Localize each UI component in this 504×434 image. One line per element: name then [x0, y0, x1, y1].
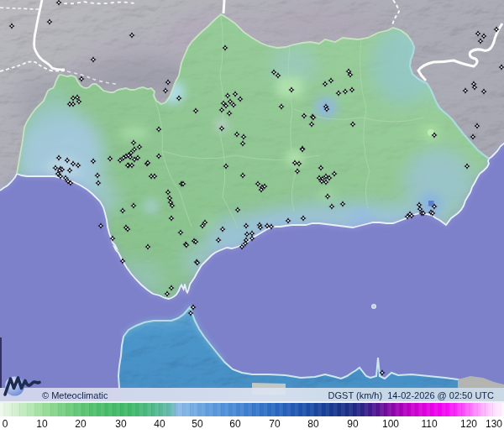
svg-text:10: 10 — [36, 418, 48, 430]
svg-text:70: 70 — [269, 418, 281, 430]
svg-text:© Meteoclimatic: © Meteoclimatic — [42, 390, 108, 400]
svg-text:30: 30 — [115, 418, 127, 430]
svg-text:120: 120 — [460, 418, 477, 430]
svg-text:90: 90 — [347, 418, 359, 430]
svg-text:DGST (km/h) 14-02-2026 @ 02:5: DGST (km/h) 14-02-2026 @ 02:50 UTC — [328, 390, 494, 400]
svg-text:50: 50 — [192, 418, 203, 430]
svg-text:0: 0 — [3, 418, 8, 430]
svg-text:60: 60 — [229, 418, 241, 430]
svg-text:80: 80 — [307, 418, 319, 430]
svg-text:110: 110 — [421, 418, 437, 430]
svg-text:100: 100 — [382, 418, 399, 430]
svg-text:130: 130 — [486, 418, 502, 430]
svg-text:20: 20 — [75, 418, 87, 430]
svg-text:40: 40 — [154, 418, 165, 430]
